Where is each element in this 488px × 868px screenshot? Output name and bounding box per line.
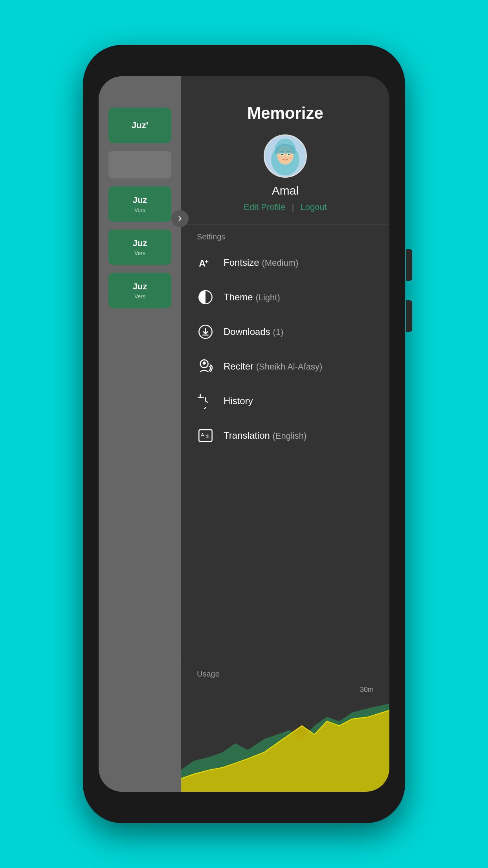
svg-text:+: + (205, 258, 209, 265)
history-icon (197, 392, 214, 410)
juz-button-4[interactable]: Juz Vers (108, 273, 171, 308)
juz-sub-3: Vers (134, 250, 145, 256)
juz-button-3[interactable]: Juz Vers (108, 230, 171, 265)
fontsize-label: Fontsize (Medium) (224, 257, 298, 268)
juz-label-4: Juz (133, 281, 147, 292)
translation-menu-item[interactable]: A 文 Translation (English) (181, 418, 389, 453)
svg-text:文: 文 (205, 434, 209, 438)
svg-point-10 (284, 156, 286, 158)
avatar (264, 134, 307, 178)
user-name: Amal (272, 184, 299, 197)
juz-sub-4: Vers (134, 293, 145, 300)
usage-chart: 30m (181, 682, 389, 792)
phone-screen: Juz' Juz Vers Juz Vers Juz Vers (99, 76, 389, 792)
svg-point-7 (288, 154, 290, 156)
reciter-menu-item[interactable]: Reciter (Sheikh Al-Afasy) (181, 349, 389, 384)
history-menu-item[interactable]: History (181, 384, 389, 418)
juz-label-1: Juz' (132, 120, 148, 131)
svg-point-12 (289, 157, 292, 159)
theme-label: Theme (Light) (224, 292, 280, 303)
juz-button-2[interactable]: Juz Vers (108, 186, 171, 222)
theme-icon (197, 289, 214, 306)
svg-point-19 (203, 362, 206, 365)
downloads-label: Downloads (1) (224, 326, 283, 337)
fontsize-icon: A + (197, 254, 214, 271)
svg-text:A: A (201, 432, 204, 437)
fontsize-menu-item[interactable]: A + Fontsize (Medium) (181, 245, 389, 280)
downloads-menu-item[interactable]: Downloads (1) (181, 314, 389, 349)
drawer-header: Memorize (181, 76, 389, 224)
spacer-1 (108, 151, 171, 178)
app-title: Memorize (247, 104, 323, 123)
usage-section-label: Usage (181, 663, 389, 682)
download-icon (197, 323, 214, 340)
edit-profile-link[interactable]: Edit Profile (244, 202, 285, 212)
svg-marker-24 (181, 710, 389, 792)
juz-label-3: Juz (133, 238, 147, 248)
settings-drawer: Memorize (181, 76, 389, 792)
translation-label: Translation (English) (224, 430, 306, 441)
juz-button-1[interactable]: Juz' (108, 108, 171, 143)
phone-frame: Juz' Juz Vers Juz Vers Juz Vers (83, 45, 405, 823)
reciter-icon (197, 358, 214, 375)
drawer-close-button[interactable] (171, 210, 189, 227)
logout-link[interactable]: Logout (300, 202, 327, 212)
background-app-panel: Juz' Juz Vers Juz Vers Juz Vers (99, 76, 181, 792)
history-label: History (224, 395, 253, 406)
translation-icon: A 文 (197, 427, 214, 444)
profile-actions: Edit Profile | Logout (244, 202, 327, 212)
svg-point-9 (289, 154, 290, 154)
action-divider: | (292, 202, 294, 212)
settings-menu: Settings A + Fontsize (Medium) (181, 224, 389, 663)
juz-sub-2: Vers (134, 207, 145, 213)
svg-point-8 (282, 154, 283, 154)
svg-point-11 (278, 157, 281, 159)
reciter-label: Reciter (Sheikh Al-Afasy) (224, 361, 322, 372)
svg-point-6 (281, 154, 283, 156)
usage-section: Usage 30m (181, 663, 389, 792)
settings-section-label: Settings (181, 224, 389, 245)
juz-label-2: Juz (133, 195, 147, 205)
theme-menu-item[interactable]: Theme (Light) (181, 280, 389, 314)
